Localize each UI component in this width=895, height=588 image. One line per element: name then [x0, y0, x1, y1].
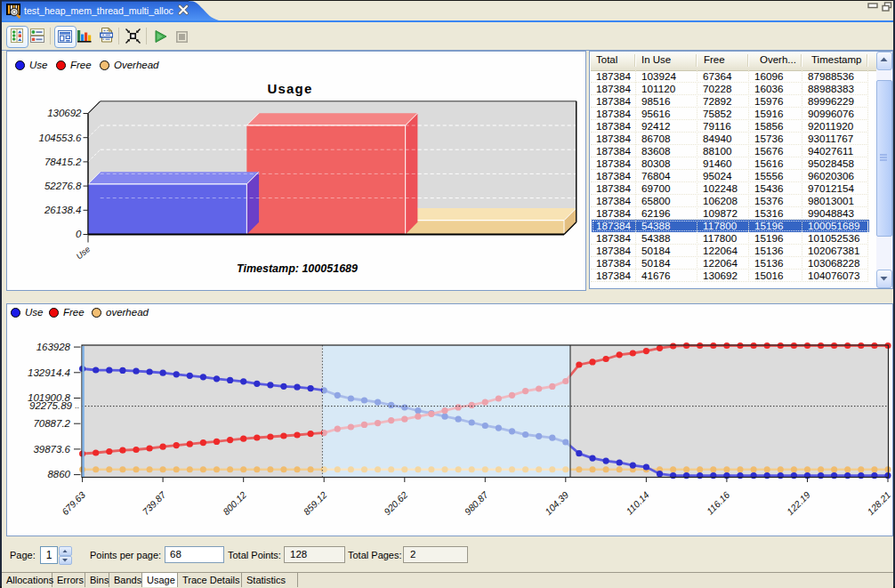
svg-text:116.16: 116.16 — [705, 489, 732, 517]
svg-text:8860: 8860 — [47, 469, 70, 479]
svg-text:..: .. — [75, 401, 79, 410]
svg-text:980.87: 980.87 — [463, 488, 491, 517]
svg-text:70887.2: 70887.2 — [33, 418, 70, 429]
svg-text:859.12: 859.12 — [301, 489, 328, 517]
svg-text:800.12: 800.12 — [221, 489, 248, 517]
svg-text:679.63: 679.63 — [60, 489, 87, 517]
svg-text:122.19: 122.19 — [785, 489, 812, 517]
svg-text:104.39: 104.39 — [543, 489, 570, 517]
svg-text:739.87: 739.87 — [140, 488, 168, 517]
svg-text:39873.6: 39873.6 — [33, 444, 70, 455]
svg-text:920.62: 920.62 — [382, 489, 409, 517]
svg-text:163928: 163928 — [36, 342, 71, 352]
svg-text:110.14: 110.14 — [624, 489, 651, 517]
svg-text:132914.4: 132914.4 — [28, 367, 70, 378]
svg-text:92275.89: 92275.89 — [29, 400, 73, 411]
svg-text:128.21: 128.21 — [865, 489, 892, 517]
